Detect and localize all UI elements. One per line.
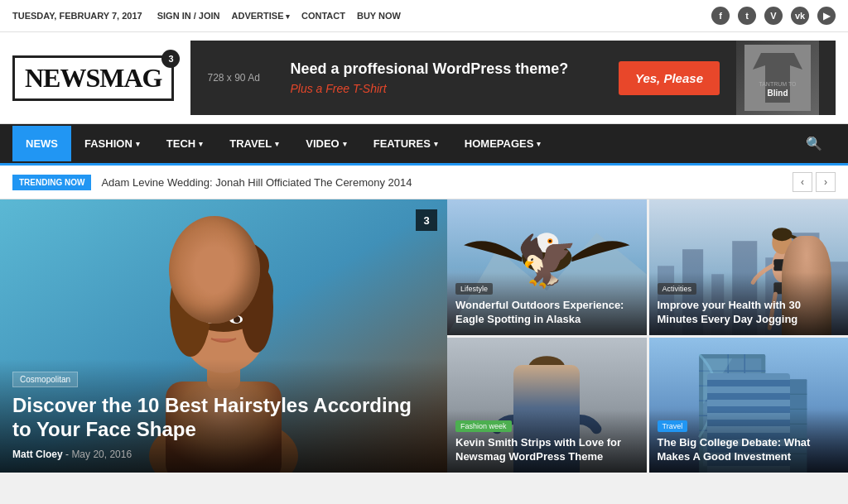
ad-headline: Need a proffesional WordPress theme?: [290, 60, 602, 79]
grid-card-4[interactable]: Travel The Big College Debate: What Make…: [649, 338, 849, 473]
social-icons: f t V vk ▶: [711, 7, 836, 25]
trending-prev[interactable]: ‹: [793, 172, 812, 192]
travel-arrow: ▾: [275, 140, 279, 148]
svg-rect-34: [773, 259, 790, 271]
svg-text:Blind: Blind: [768, 89, 788, 98]
svg-point-15: [209, 316, 215, 323]
vimeo-icon[interactable]: V: [764, 7, 783, 25]
tshirt-graphic: TANTRUM TO Blind: [744, 45, 811, 111]
svg-point-16: [234, 316, 240, 323]
vk-icon[interactable]: vk: [791, 7, 809, 25]
svg-point-20: [535, 233, 558, 252]
card-category-2: Activities: [658, 283, 697, 295]
nav-bar: NEWS FASHION ▾ TECH ▾ TRAVEL ▾ VIDEO ▾ F…: [0, 124, 848, 166]
header-area: NEWSMAG 3 728 x 90 Ad Need a proffesiona…: [0, 32, 848, 124]
advertise-link[interactable]: ADVERTISE: [232, 11, 290, 21]
trending-text: Adam Levine Wedding: Jonah Hill Officiat…: [101, 176, 783, 189]
twitter-icon[interactable]: t: [738, 7, 756, 25]
svg-point-10: [170, 257, 211, 357]
nav-homepages[interactable]: HOMEPAGES ▾: [451, 126, 555, 161]
date-label: TUESDAY, FEBRUARY 7, 2017: [12, 11, 142, 21]
facebook-icon[interactable]: f: [711, 7, 730, 25]
nav-travel[interactable]: TRAVEL ▾: [216, 126, 292, 161]
tech-arrow: ▾: [199, 140, 203, 148]
right-grid: Lifestyle Wonderful Outdoors Experience:…: [447, 199, 848, 473]
svg-point-13: [205, 315, 218, 324]
nav-tech[interactable]: TECH ▾: [153, 126, 216, 161]
featured-overlay: Cosmopolitan Discover the 10 Best Hairst…: [0, 359, 447, 473]
trending-nav: ‹ ›: [793, 172, 836, 192]
card-category-3: Fashion week: [455, 420, 512, 432]
trending-bar: TRENDING NOW Adam Levine Wedding: Jonah …: [0, 166, 848, 199]
homepages-arrow: ▾: [537, 140, 541, 148]
featured-num-badge: 3: [416, 209, 437, 231]
top-bar-links: SIGN IN / JOIN ADVERTISE CONTACT BUY NOW: [157, 11, 401, 21]
signin-link[interactable]: SIGN IN / JOIN: [157, 11, 220, 21]
top-bar: TUESDAY, FEBRUARY 7, 2017 SIGN IN / JOIN…: [0, 0, 848, 32]
svg-point-21: [547, 238, 552, 243]
card-overlay-4: Travel The Big College Debate: What Make…: [649, 410, 849, 473]
featured-author: Matt Cloey: [12, 449, 63, 460]
main-content: 3 Cosmopolitan Discover the 10 Best Hair…: [0, 199, 848, 473]
ad-size-label: 728 x 90 Ad: [207, 72, 273, 84]
card-overlay-2: Activities Improve your Health with 30 M…: [649, 272, 849, 335]
ad-subline: Plus a Free T-Shirt: [290, 82, 602, 95]
svg-rect-40: [534, 382, 547, 391]
fashion-arrow: ▾: [136, 140, 140, 148]
svg-point-33: [772, 228, 792, 241]
featured-meta: Matt Cloey - May 20, 2016: [12, 449, 435, 460]
search-button[interactable]: 🔍: [793, 124, 836, 163]
featured-article[interactable]: 3 Cosmopolitan Discover the 10 Best Hair…: [0, 199, 447, 473]
logo[interactable]: NEWSMAG 3: [12, 55, 174, 101]
youtube-icon[interactable]: ▶: [817, 7, 836, 25]
svg-point-19: [522, 242, 571, 272]
video-arrow: ▾: [343, 140, 347, 148]
card-overlay-1: Lifestyle Wonderful Outdoors Experience:…: [447, 272, 647, 335]
nav-features[interactable]: FEATURES ▾: [360, 126, 451, 161]
svg-text:TANTRUM TO: TANTRUM TO: [759, 81, 797, 87]
featured-title: Discover the 10 Best Hairstyles Accordin…: [12, 394, 435, 442]
top-bar-left: TUESDAY, FEBRUARY 7, 2017 SIGN IN / JOIN…: [12, 11, 401, 21]
buynow-link[interactable]: BUY NOW: [357, 11, 401, 21]
grid-card-2[interactable]: Activities Improve your Health with 30 M…: [649, 199, 849, 335]
featured-category: Cosmopolitan: [12, 372, 78, 387]
grid-card-3[interactable]: Fashion week Kevin Smith Strips with Lov…: [447, 338, 647, 473]
nav-fashion[interactable]: FASHION ▾: [71, 126, 153, 161]
svg-point-12: [178, 237, 269, 295]
ad-text-area: Need a proffesional WordPress theme? Plu…: [290, 60, 602, 95]
contact-link[interactable]: CONTACT: [301, 11, 345, 21]
logo-text: NEWSMAG: [25, 63, 161, 93]
logo-badge: 3: [161, 50, 180, 68]
card-category-1: Lifestyle: [455, 283, 493, 295]
card-title-2: Improve your Health with 30 Minutes Ever…: [658, 299, 841, 327]
trending-badge: TRENDING NOW: [12, 175, 91, 190]
featured-date: May 20, 2016: [71, 449, 132, 460]
card-title-1: Wonderful Outdoors Experience: Eagle Spo…: [455, 299, 638, 327]
svg-rect-41: [548, 382, 561, 391]
svg-point-11: [240, 262, 273, 353]
ad-image: TANTRUM TO Blind: [736, 41, 819, 115]
nav-news[interactable]: NEWS: [12, 126, 71, 161]
nav-video[interactable]: VIDEO ▾: [292, 126, 359, 161]
svg-point-38: [528, 364, 565, 407]
grid-card-1[interactable]: Lifestyle Wonderful Outdoors Experience:…: [447, 199, 647, 335]
ad-banner: 728 x 90 Ad Need a proffesional WordPres…: [190, 41, 836, 115]
features-arrow: ▾: [434, 140, 438, 148]
ad-cta-button[interactable]: Yes, Please: [619, 61, 720, 95]
trending-next[interactable]: ›: [816, 172, 836, 192]
card-title-4: The Big College Debate: What Makes A Goo…: [658, 436, 841, 464]
svg-point-39: [528, 356, 565, 379]
svg-point-22: [549, 240, 552, 242]
card-title-3: Kevin Smith Strips with Love for Newsmag…: [455, 436, 638, 464]
card-overlay-3: Fashion week Kevin Smith Strips with Lov…: [447, 410, 647, 473]
card-category-4: Travel: [658, 420, 688, 432]
